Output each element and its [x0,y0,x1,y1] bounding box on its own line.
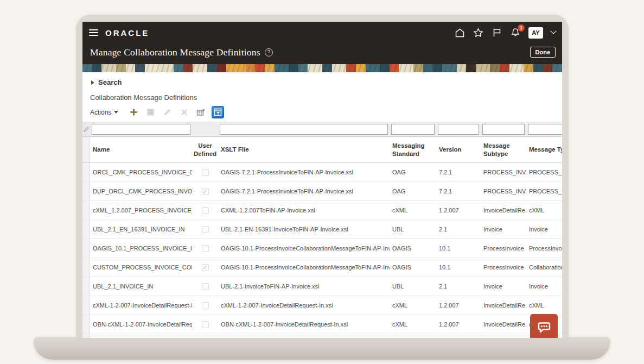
cell-xslt-file: OAGIS-7.2.1-ProcessInvoiceToFIN-AP-Invoi… [218,163,390,181]
table-header-row: Name User Defined XSLT File Messaging St… [82,137,562,163]
cell-user-defined [192,258,218,277]
cell-messaging-standard: cXML [390,201,436,219]
row-selector-cell[interactable] [82,182,90,200]
row-selector-cell[interactable] [82,277,90,296]
avatar-chevron-down-icon[interactable] [550,28,556,34]
search-expand-arrow-icon[interactable] [91,80,94,85]
row-selector-cell[interactable] [82,258,90,277]
column-header-user-defined[interactable]: User Defined [192,137,218,162]
cell-version: 7.2.1 [436,182,481,200]
query-by-example-button[interactable] [212,106,224,118]
filter-message-subtype-input[interactable] [482,124,525,135]
search-section-label: Search [98,78,122,86]
cell-user-defined [192,315,218,334]
cell-message-subtype: Invoice [481,220,526,239]
table-section-heading: Collaboration Message Definitions [82,89,562,102]
laptop-base [34,337,610,360]
cell-user-defined [192,182,218,200]
actions-caret-icon [114,111,118,114]
cell-name: cXML-1-2-007-InvoiceDetailRequest-In [90,296,192,315]
favorites-star-icon[interactable] [473,28,483,38]
duplicate-icon [146,108,155,116]
cell-xslt-file: OBN-cXML-1-2-007-InvoiceDetailRequest-In… [218,315,390,334]
help-icon[interactable]: ? [265,48,273,57]
column-header-xslt-file[interactable]: XSLT File [218,137,390,162]
create-button[interactable] [127,106,139,118]
cell-message-type: CollaborationM... [526,258,562,277]
row-selector-cell[interactable] [82,163,90,181]
actions-menu-button[interactable]: Actions [90,109,118,116]
global-header: ORACLE 1 AY [82,22,562,43]
qbe-row-marker [82,122,90,136]
table-row[interactable]: OAGIS_10.1_PROCESS_INVOICE_IN OAGIS-10.1… [82,239,562,258]
plus-icon [130,108,138,116]
chat-button[interactable] [530,314,558,338]
column-header-version[interactable]: Version [436,137,481,162]
hamburger-menu-icon[interactable] [89,29,98,36]
row-selector-cell[interactable] [82,296,90,315]
filter-name-input[interactable] [92,124,190,135]
table-body: ORCL_CMK_PROCESS_INVOICE_002 OAGIS-7.2.1… [82,163,562,338]
table-row[interactable]: cXML_1.2.007_PROCESS_INVOICE_IN CXML-1.2… [82,201,562,220]
cell-xslt-file: OAGIS-10.1-ProcessInvoiceCollaborationMe… [218,239,390,258]
table-row[interactable]: UBL_2.1_INVOICE_IN UBL-2.1-InvoiceToFIN-… [82,277,562,296]
row-selector-cell[interactable] [82,334,90,338]
table-row[interactable]: cXML-1-2-007-InvoiceDetailRequest-In cXM… [82,296,562,315]
cell-message-subtype: Invoice [481,277,526,296]
cell-messaging-standard: cXML [390,315,436,334]
table-row[interactable]: UBL_2.1_EN_16391_INVOICE_IN UBL-2.1-EN-1… [82,220,562,239]
row-selector-cell[interactable] [82,239,90,258]
cell-message-subtype: InvoiceDetailRe... [481,315,526,334]
row-selector-cell[interactable] [82,201,90,219]
cell-name: UBL_2.1_EN_16391_INVOICE_IN [90,220,192,239]
search-section-header[interactable]: Search [82,72,562,89]
notifications-bell-icon[interactable]: 1 [510,28,520,38]
cell-version: 2.1 [436,220,481,239]
cell-messaging-standard: UBL [390,277,436,296]
row-selector-cell[interactable] [82,315,90,334]
cell-message-type: cXML [526,296,562,315]
actions-menu-label: Actions [90,109,111,116]
avatar[interactable]: AY [528,27,543,39]
cell-user-defined [192,277,218,296]
cell-version: 10.1 [436,239,481,258]
user-defined-checkbox [202,283,209,290]
filter-xslt-file-input[interactable] [220,124,388,135]
selector-column-header [82,137,90,162]
column-header-message-subtype[interactable]: Message Subtype [481,137,517,162]
cell-user-defined [192,163,218,181]
cell-name: cXML_1.2.007_PROCESS_INVOICE_IN [90,201,192,219]
filter-message-type-input[interactable] [528,124,562,135]
cell-name: CUSTOM_PROCESS_INVOICE_COLLA... [90,258,192,277]
cell-message-subtype: PROCESS_INV... [481,163,526,181]
table-row[interactable]: ORCL_CMK_PROCESS_INVOICE_002 OAGIS-7.2.1… [82,163,562,182]
cell-message-subtype: InvoiceDetailRe... [481,201,526,219]
filter-version-input[interactable] [438,124,479,135]
table-row[interactable]: OBN-OAG-PROCESS_INVOICE_002-In OBN-OAG-P… [82,334,562,338]
filter-messaging-standard-input[interactable] [391,124,435,135]
table-row[interactable]: OBN-cXML-1-2-007-InvoiceDetailReques... … [82,315,562,334]
cell-user-defined [192,201,218,219]
page-title: Manage Collaboration Message Definitions [90,47,260,58]
cell-name: ORCL_CMK_PROCESS_INVOICE_002 [90,163,192,181]
cell-name: OBN-OAG-PROCESS_INVOICE_002-In [90,334,192,338]
filter-table-icon [214,108,222,116]
cell-version: 1.2.007 [436,201,481,219]
table-row[interactable]: DUP_ORCL_CMK_PROCESS_INVOICE... OAGIS-7.… [82,182,562,201]
duplicate-button [144,106,156,118]
row-selector-cell[interactable] [82,220,90,239]
cell-name: UBL_2.1_INVOICE_IN [90,277,192,296]
cell-message-type: Invoice [526,277,562,296]
done-button[interactable]: Done [530,47,556,58]
user-defined-checkbox [202,321,209,328]
pencil-icon [163,108,171,116]
cell-user-defined [192,296,218,315]
table-row[interactable]: CUSTOM_PROCESS_INVOICE_COLLA... OAGIS-10… [82,258,562,277]
column-header-messaging-standard[interactable]: Messaging Standard [390,137,428,162]
cell-message-subtype: InvoiceDetailRe... [481,296,526,315]
flag-icon[interactable] [492,28,502,38]
home-icon[interactable] [455,28,465,38]
column-header-message-type[interactable]: Message Type [526,137,562,162]
detach-button[interactable] [195,106,207,118]
column-header-name[interactable]: Name [90,137,192,162]
